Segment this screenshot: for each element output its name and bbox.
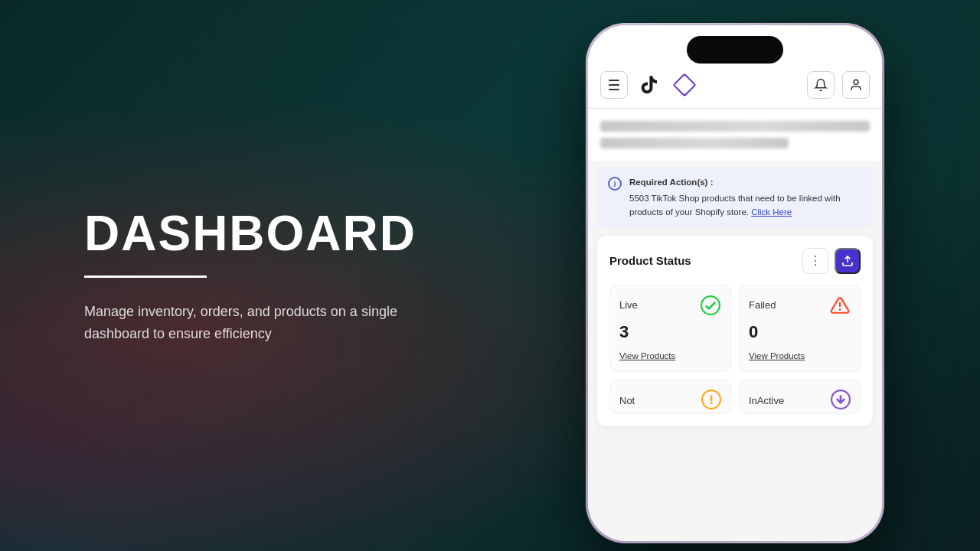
status-item-failed: Failed 0 [739,285,861,372]
svg-point-2 [701,296,720,315]
failed-count: 0 [749,322,851,342]
required-action-body: 5503 TikTok Shop products that need to b… [629,194,841,216]
live-count: 3 [619,322,721,342]
inactive-label: InActive [749,395,784,406]
left-panel: DASHBOARD Manage inventory, orders, and … [0,0,490,551]
product-status-title: Product Status [609,254,691,267]
failed-label: Failed [749,299,776,311]
not-label: Not [619,395,635,406]
click-here-link[interactable]: Click Here [751,207,792,217]
welcome-text-line1 [600,121,870,132]
status-item-failed-header: Failed [749,295,851,316]
live-label: Live [619,299,638,311]
bell-button[interactable] [807,71,835,99]
user-button[interactable] [842,71,870,99]
required-action-title: Required Action(s) : [629,176,862,189]
welcome-banner [588,109,882,161]
inactive-icon [831,390,851,412]
svg-point-0 [854,80,858,84]
welcome-text-line2 [600,138,789,148]
screen-content: i Required Action(s) : 5503 TikTok Shop … [588,25,882,541]
failed-view-products-link[interactable]: View Products [749,351,805,360]
three-dots-button[interactable]: ⋮ [802,248,828,274]
status-item-not: Not [609,380,731,414]
upload-button[interactable] [835,248,861,274]
tiktok-logo [635,71,663,99]
app-logo-diamond [671,71,698,99]
phone-frame: i Required Action(s) : 5503 TikTok Shop … [586,23,884,543]
not-label-row: Not [619,390,721,412]
live-icon [700,295,721,316]
info-icon: i [608,177,622,191]
dynamic-island [687,36,783,64]
title-divider [84,276,207,278]
inactive-label-row: InActive [749,390,851,412]
header-actions: ⋮ [802,248,861,274]
status-item-live-header: Live [619,295,721,316]
required-action-box: i Required Action(s) : 5503 TikTok Shop … [597,167,873,228]
status-item-inactive: InActive [739,380,861,414]
status-row-bottom: Not [609,380,861,414]
failed-icon [829,295,851,316]
phone-inner: i Required Action(s) : 5503 TikTok Shop … [588,25,882,541]
diamond-icon [672,73,696,96]
right-panel: i Required Action(s) : 5503 TikTok Shop … [490,0,980,551]
three-dots-icon: ⋮ [809,253,822,268]
product-status-header: Product Status ⋮ [609,248,861,274]
menu-button[interactable] [600,71,628,99]
hamburger-icon [609,80,619,90]
required-action-text: Required Action(s) : 5503 TikTok Shop pr… [629,176,862,219]
page-content: DASHBOARD Manage inventory, orders, and … [0,0,980,551]
product-status-card: Product Status ⋮ [597,236,873,426]
page-subtitle: Manage inventory, orders, and products o… [84,301,406,345]
status-grid: Live 3 View Products [609,285,861,372]
status-item-live: Live 3 View Products [609,285,731,372]
live-view-products-link[interactable]: View Products [619,351,675,360]
page-title: DASHBOARD [84,207,429,260]
not-icon [701,390,721,412]
